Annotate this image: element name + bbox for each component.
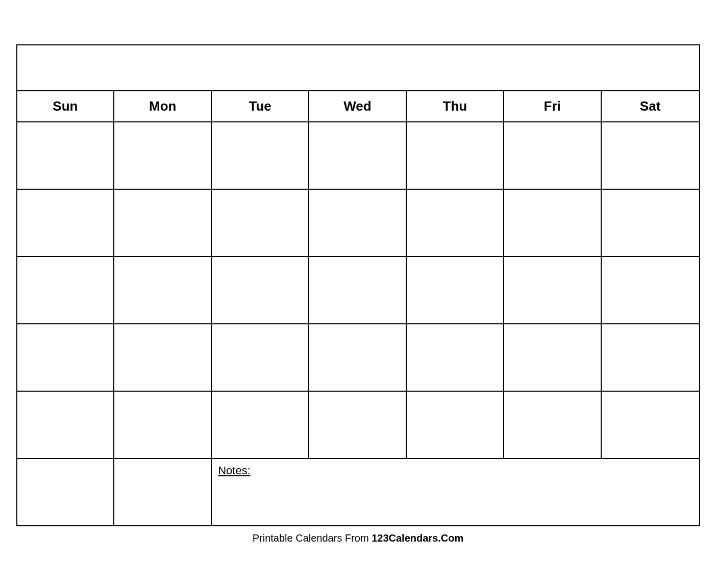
cell-5-6[interactable]	[504, 392, 602, 458]
cell-1-5[interactable]	[407, 122, 504, 189]
header-sat: Sat	[602, 91, 699, 121]
cell-3-6[interactable]	[504, 257, 602, 323]
header-fri: Fri	[504, 91, 602, 121]
calendar-row-5	[17, 392, 699, 459]
header-tue: Tue	[212, 91, 309, 121]
calendar-row-1	[17, 122, 699, 190]
cell-4-2[interactable]	[114, 324, 212, 391]
calendar-body: Notes:	[17, 122, 699, 525]
cell-5-5[interactable]	[407, 392, 504, 458]
cell-1-3[interactable]	[212, 122, 309, 189]
footer: Printable Calendars From 123Calendars.Co…	[253, 532, 464, 544]
notes-section[interactable]: Notes:	[212, 459, 699, 525]
footer-text-bold: 123Calendars.Com	[372, 532, 463, 544]
cell-2-1[interactable]	[17, 190, 115, 256]
cell-1-7[interactable]	[602, 122, 699, 189]
calendar-title-row	[17, 45, 699, 91]
header-mon: Mon	[114, 91, 212, 121]
calendar-row-3	[17, 257, 699, 324]
cell-3-7[interactable]	[602, 257, 699, 323]
calendar-row-2	[17, 190, 699, 257]
cell-4-5[interactable]	[407, 324, 504, 391]
cell-2-4[interactable]	[309, 190, 407, 256]
cell-2-6[interactable]	[504, 190, 602, 256]
cell-4-3[interactable]	[212, 324, 309, 391]
calendar-row-notes: Notes:	[17, 459, 699, 525]
cell-5-3[interactable]	[212, 392, 309, 458]
cell-4-1[interactable]	[17, 324, 115, 391]
cell-2-2[interactable]	[114, 190, 212, 256]
cell-1-4[interactable]	[309, 122, 407, 189]
calendar: Sun Mon Tue Wed Thu Fri Sat	[16, 44, 700, 526]
cell-2-5[interactable]	[407, 190, 504, 256]
cell-3-3[interactable]	[212, 257, 309, 323]
cell-2-7[interactable]	[602, 190, 699, 256]
header-wed: Wed	[309, 91, 407, 121]
cell-3-1[interactable]	[17, 257, 115, 323]
notes-empty-1	[17, 459, 115, 525]
cell-1-1[interactable]	[17, 122, 115, 189]
cell-5-4[interactable]	[309, 392, 407, 458]
calendar-row-4	[17, 324, 699, 392]
cell-5-7[interactable]	[602, 392, 699, 458]
cell-4-7[interactable]	[602, 324, 699, 391]
cell-3-4[interactable]	[309, 257, 407, 323]
footer-text-normal: Printable Calendars From	[253, 532, 372, 544]
cell-4-6[interactable]	[504, 324, 602, 391]
cell-3-5[interactable]	[407, 257, 504, 323]
header-thu: Thu	[407, 91, 504, 121]
cell-1-6[interactable]	[504, 122, 602, 189]
cell-2-3[interactable]	[212, 190, 309, 256]
cell-1-2[interactable]	[114, 122, 212, 189]
notes-label: Notes:	[218, 464, 251, 477]
header-sun: Sun	[17, 91, 115, 121]
calendar-header: Sun Mon Tue Wed Thu Fri Sat	[17, 91, 699, 122]
cell-5-1[interactable]	[17, 392, 115, 458]
cell-4-4[interactable]	[309, 324, 407, 391]
notes-empty-2	[114, 459, 212, 525]
cell-3-2[interactable]	[114, 257, 212, 323]
cell-5-2[interactable]	[114, 392, 212, 458]
